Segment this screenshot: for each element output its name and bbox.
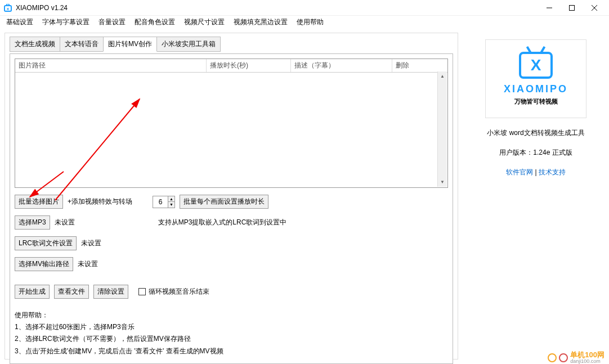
- select-images-button[interactable]: 批量选择图片: [15, 195, 63, 209]
- watermark-icon: [548, 353, 557, 362]
- watermark-sub: danji100.com: [570, 358, 604, 364]
- menu-help[interactable]: 使用帮助: [292, 16, 328, 28]
- brand-name: XIAOMIPO: [504, 83, 568, 95]
- lrc-status: 未设置: [81, 239, 101, 248]
- menu-fill[interactable]: 视频填充黑边设置: [229, 16, 292, 28]
- tab-tools[interactable]: 小米坡实用工具箱: [156, 37, 221, 52]
- col-delete[interactable]: 删除: [392, 59, 447, 72]
- col-duration[interactable]: 播放时长(秒): [207, 59, 291, 72]
- tab-panel: 图片路径 播放时长(秒) 描述（字幕） 删除 ▲ ▼ 批量选择图片 +添加视频特…: [10, 53, 453, 364]
- logo-box: X XIAOMIPO 万物皆可转视频: [485, 39, 586, 118]
- add-effects-link[interactable]: +添加视频特效与转场: [68, 197, 132, 206]
- loop-checkbox[interactable]: [138, 288, 146, 295]
- spinner-up[interactable]: ▲: [168, 196, 174, 202]
- view-file-button[interactable]: 查看文件: [54, 285, 89, 299]
- link-support[interactable]: 技术支持: [539, 168, 566, 176]
- help-section: 使用帮助： 1、选择不超过60张图片，选择MP3音乐 2、选择LRC歌词文件（可…: [15, 310, 448, 357]
- duration-input[interactable]: [153, 196, 168, 208]
- scroll-up-icon[interactable]: ▲: [438, 71, 447, 81]
- main-group: 文档生成视频 文本转语音 图片转MV创作 小米坡实用工具箱 图片路径 播放时长(…: [5, 33, 458, 359]
- mp3-status: 未设置: [55, 218, 75, 227]
- menu-size[interactable]: 视频尺寸设置: [180, 16, 229, 28]
- link-website[interactable]: 软件官网: [506, 168, 533, 176]
- window-title: XIAOMIPO v1.24: [16, 4, 538, 12]
- start-gen-button[interactable]: 开始生成: [15, 285, 50, 299]
- watermark-text: 单机100网: [570, 351, 604, 358]
- help-line-2: 2、选择LRC歌词文件（可不需要），然后设置MV保存路径: [15, 334, 448, 344]
- close-button[interactable]: [583, 0, 606, 16]
- maximize-button[interactable]: [561, 0, 583, 16]
- batch-duration-button[interactable]: 批量每个画面设置播放时长: [180, 195, 268, 209]
- menu-voice[interactable]: 配音角色设置: [130, 16, 180, 28]
- help-line-1: 1、选择不超过60张图片，选择MP3音乐: [15, 322, 448, 332]
- watermark-icon: [559, 353, 568, 362]
- svg-text:x: x: [7, 6, 10, 11]
- titlebar: x XIAOMIPO v1.24: [0, 0, 609, 16]
- lrc-settings-button[interactable]: LRC歌词文件设置: [15, 236, 77, 250]
- minimize-button[interactable]: [538, 0, 561, 16]
- clear-settings-button[interactable]: 清除设置: [93, 285, 128, 299]
- app-icon: x: [3, 3, 12, 12]
- logo-icon: X: [519, 52, 553, 79]
- help-line-3: 3、点击'开始生成'创建MV，完成后点击 '查看文件' 查看生成的MV视频: [15, 346, 448, 357]
- col-path[interactable]: 图片路径: [15, 59, 207, 72]
- side-version: 用户版本：1.24e 正式版: [467, 148, 604, 158]
- brand-slogan: 万物皆可转视频: [514, 97, 558, 106]
- mp3-hint: 支持从MP3提取嵌入式的LRC歌词到设置中: [158, 218, 287, 227]
- help-title: 使用帮助：: [15, 310, 448, 321]
- svg-rect-3: [570, 5, 575, 10]
- mv-output-status: 未设置: [78, 259, 98, 269]
- select-mp3-button[interactable]: 选择MP3: [15, 215, 50, 230]
- tabs: 文档生成视频 文本转语音 图片转MV创作 小米坡实用工具箱: [10, 37, 453, 52]
- tab-tts[interactable]: 文本转语音: [60, 37, 104, 52]
- sidebar: X XIAOMIPO 万物皆可转视频 小米坡 word文档转视频生成工具 用户版…: [463, 28, 609, 364]
- mv-output-button[interactable]: 选择MV输出路径: [15, 257, 73, 271]
- scroll-down-icon[interactable]: ▼: [438, 177, 447, 187]
- menubar: 基础设置 字体与字幕设置 音量设置 配音角色设置 视频尺寸设置 视频填充黑边设置…: [0, 16, 609, 28]
- tab-doc-video[interactable]: 文档生成视频: [10, 37, 60, 52]
- spinner-down[interactable]: ▼: [168, 202, 174, 208]
- col-desc[interactable]: 描述（字幕）: [291, 59, 392, 72]
- side-desc: 小米坡 word文档转视频生成工具: [467, 128, 604, 138]
- loop-label: 循环视频至音乐结束: [149, 287, 209, 296]
- table-scrollbar[interactable]: ▲ ▼: [437, 71, 447, 187]
- duration-spinner[interactable]: ▲▼: [153, 196, 175, 208]
- menu-basic[interactable]: 基础设置: [2, 16, 38, 28]
- image-table: 图片路径 播放时长(秒) 描述（字幕） 删除 ▲ ▼: [15, 59, 448, 188]
- tab-mv[interactable]: 图片转MV创作: [103, 37, 157, 52]
- menu-volume[interactable]: 音量设置: [94, 16, 130, 28]
- menu-font[interactable]: 字体与字幕设置: [38, 16, 94, 28]
- watermark: 单机100网 danji100.com: [548, 351, 604, 364]
